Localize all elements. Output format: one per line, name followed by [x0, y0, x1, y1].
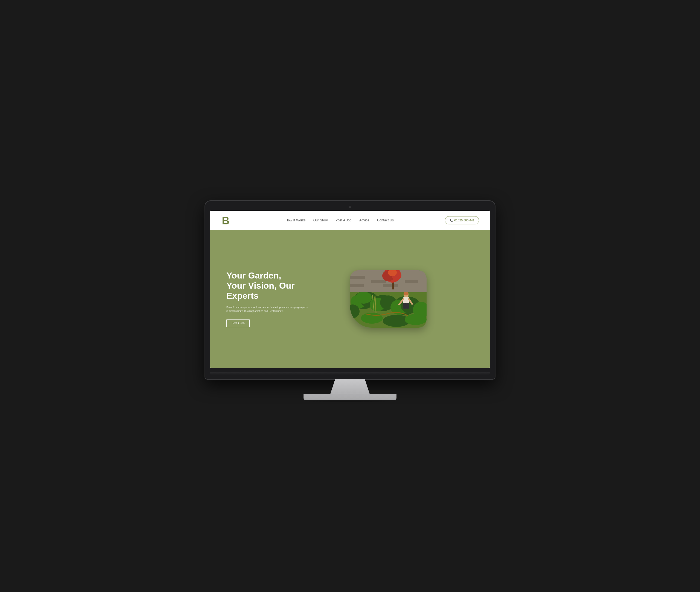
svg-rect-42 — [403, 303, 406, 309]
nav-advice[interactable]: Advice — [359, 218, 369, 222]
screen: · B How It Works Our Story Post A Job Ad… — [210, 211, 490, 368]
main-nav: How It Works Our Story Post A Job Advice… — [285, 218, 394, 222]
phone-button[interactable]: 📞 01525 600 441 — [445, 216, 479, 225]
post-job-button[interactable]: Post A Job — [226, 319, 250, 327]
hero-section: Your Garden, Your Vision, Our Experts Bo… — [210, 230, 490, 368]
website: · B How It Works Our Story Post A Job Ad… — [210, 211, 490, 368]
garden-image — [350, 270, 427, 328]
svg-rect-8 — [353, 280, 371, 283]
phone-icon: 📞 — [450, 219, 453, 221]
garden-scene-svg — [350, 270, 427, 328]
monitor-wrapper: · B How It Works Our Story Post A Job Ad… — [200, 190, 500, 402]
monitor-bottom-bar — [210, 372, 490, 375]
monitor-camera — [349, 206, 351, 208]
monitor-camera-area — [210, 206, 490, 208]
nav-post-a-job[interactable]: Post A Job — [335, 218, 352, 222]
nav-our-story[interactable]: Our Story — [313, 218, 328, 222]
svg-text:B: B — [222, 215, 229, 227]
logo[interactable]: · B — [221, 213, 235, 227]
svg-point-46 — [405, 314, 427, 325]
hero-image-container — [350, 270, 427, 328]
svg-rect-13 — [365, 284, 382, 287]
svg-rect-9 — [371, 280, 386, 283]
monitor-stand-shadow — [301, 400, 399, 402]
svg-rect-11 — [405, 280, 418, 283]
monitor-stand-base — [304, 394, 396, 400]
monitor-bezel: · B How It Works Our Story Post A Job Ad… — [205, 201, 495, 379]
svg-rect-39 — [403, 297, 409, 304]
svg-rect-4 — [350, 276, 365, 279]
nav-header: · B How It Works Our Story Post A Job Ad… — [210, 211, 490, 230]
nav-contact-us[interactable]: Contact Us — [377, 218, 394, 222]
nav-how-it-works[interactable]: How It Works — [285, 218, 306, 222]
svg-rect-12 — [350, 284, 364, 287]
svg-point-44 — [361, 313, 383, 324]
svg-rect-15 — [399, 284, 415, 287]
svg-point-38 — [404, 292, 409, 295]
svg-point-25 — [356, 292, 372, 304]
hero-content: Your Garden, Your Vision, Our Experts Bo… — [226, 270, 350, 327]
monitor-stand-neck — [325, 379, 375, 394]
svg-rect-14 — [383, 284, 398, 287]
phone-number: 01525 600 441 — [455, 219, 474, 222]
svg-rect-5 — [366, 276, 382, 279]
svg-rect-43 — [406, 303, 409, 309]
hero-title: Your Garden, Your Vision, Our Experts — [226, 270, 350, 301]
hero-subtitle: Book A Landscaper is your local connecti… — [226, 305, 309, 313]
